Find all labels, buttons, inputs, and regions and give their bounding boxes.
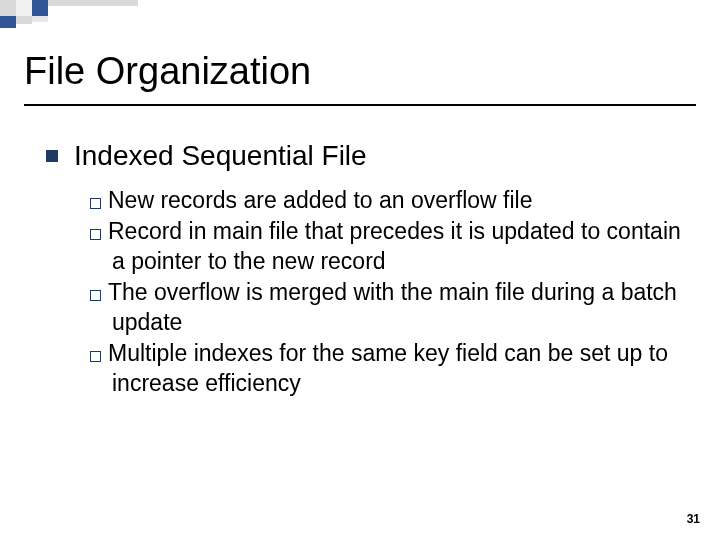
- level2-item: The overflow is merged with the main fil…: [90, 278, 684, 337]
- level2-item: Multiple indexes for the same key field …: [90, 339, 684, 398]
- corner-decoration: [0, 0, 140, 28]
- svg-rect-2: [32, 0, 48, 16]
- level2-item: New records are added to an overflow fil…: [90, 186, 684, 215]
- level2-text: New records are added to an overflow fil…: [108, 187, 532, 213]
- level2-list: New records are added to an overflow fil…: [90, 186, 684, 398]
- hollow-square-bullet-icon: [90, 229, 101, 240]
- svg-rect-5: [16, 16, 32, 24]
- title-rule: [24, 104, 696, 106]
- level2-item: Record in main file that precedes it is …: [90, 217, 684, 276]
- level2-text: Multiple indexes for the same key field …: [108, 340, 668, 395]
- svg-rect-0: [0, 0, 16, 16]
- content-area: Indexed Sequential File New records are …: [46, 140, 684, 400]
- hollow-square-bullet-icon: [90, 290, 101, 301]
- svg-rect-1: [16, 0, 32, 16]
- page-number: 31: [687, 512, 700, 526]
- svg-rect-6: [32, 16, 48, 22]
- hollow-square-bullet-icon: [90, 198, 101, 209]
- level1-item: Indexed Sequential File: [46, 140, 684, 172]
- filled-square-bullet-icon: [46, 150, 58, 162]
- level2-text: The overflow is merged with the main fil…: [108, 279, 677, 334]
- hollow-square-bullet-icon: [90, 351, 101, 362]
- level2-text: Record in main file that precedes it is …: [108, 218, 681, 273]
- slide-title: File Organization: [24, 50, 311, 93]
- svg-rect-4: [0, 16, 16, 28]
- level1-text: Indexed Sequential File: [74, 140, 367, 172]
- svg-rect-3: [48, 0, 138, 6]
